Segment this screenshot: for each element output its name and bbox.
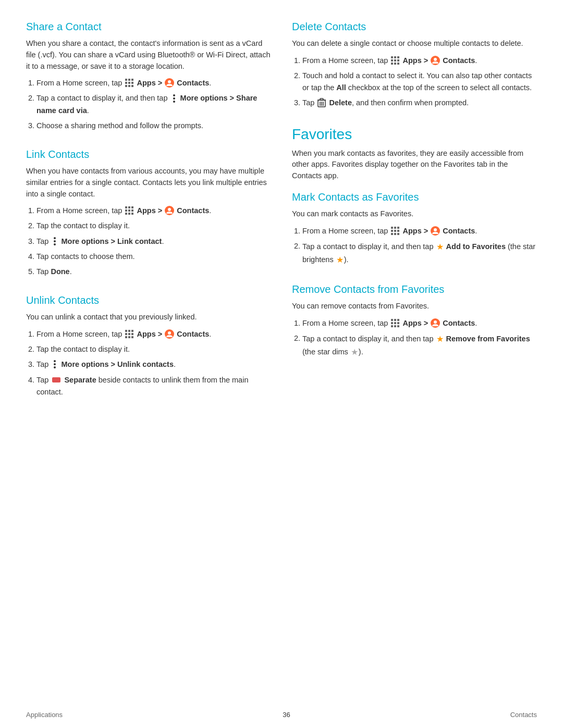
list-item: Tap a contact to display it, and then ta… bbox=[302, 240, 537, 267]
delete-contacts-section: Delete Contacts You can delete a single … bbox=[292, 21, 537, 109]
list-item: Touch and hold a contact to select it. Y… bbox=[302, 70, 537, 94]
contacts-label: Contacts bbox=[443, 227, 475, 235]
footer: Applications 36 Contacts bbox=[0, 706, 563, 728]
list-item: Tap Delete, and then confirm w bbox=[302, 97, 537, 109]
all-label: All bbox=[336, 83, 346, 92]
svg-rect-73 bbox=[391, 322, 393, 324]
svg-rect-43 bbox=[394, 56, 396, 58]
svg-rect-31 bbox=[125, 333, 127, 335]
unlink-contacts-section: Unlink Contacts You can unlink a contact… bbox=[26, 294, 271, 398]
svg-rect-76 bbox=[391, 325, 393, 327]
mark-favorites-section: Mark Contacts as Favorites You can mark … bbox=[292, 191, 537, 267]
star-brightens-icon: ★ bbox=[336, 253, 344, 267]
delete-label: Delete bbox=[329, 98, 352, 107]
svg-rect-21 bbox=[128, 213, 130, 215]
svg-rect-78 bbox=[397, 325, 399, 327]
remove-favorites-title: Remove Contacts from Favorites bbox=[292, 283, 537, 295]
contacts-app-icon bbox=[431, 318, 440, 328]
mark-favorites-steps: From a Home screen, tap bbox=[302, 225, 537, 267]
svg-rect-29 bbox=[128, 330, 130, 332]
footer-page-number: 36 bbox=[283, 711, 290, 719]
svg-rect-7 bbox=[128, 85, 130, 87]
svg-rect-30 bbox=[131, 330, 133, 332]
list-item: Tap contacts to choose them. bbox=[36, 251, 271, 263]
svg-rect-72 bbox=[397, 319, 399, 321]
svg-rect-4 bbox=[128, 82, 130, 84]
share-contact-title: Share a Contact bbox=[26, 21, 271, 33]
apps-grid-icon bbox=[125, 329, 134, 339]
svg-rect-0 bbox=[125, 79, 127, 81]
footer-right: Contacts bbox=[510, 711, 537, 719]
more-options-icon bbox=[170, 94, 178, 103]
contacts-app-icon bbox=[431, 56, 440, 65]
svg-rect-17 bbox=[125, 209, 127, 212]
svg-point-27 bbox=[54, 243, 56, 245]
share-contact-intro: When you share a contact, the contact's … bbox=[26, 38, 271, 72]
footer-left: Applications bbox=[26, 711, 63, 719]
list-item: Tap the contact to display it. bbox=[36, 220, 271, 232]
svg-point-38 bbox=[168, 331, 171, 335]
link-contacts-intro: When you have contacts from various acco… bbox=[26, 166, 271, 200]
svg-point-13 bbox=[173, 101, 175, 103]
svg-rect-49 bbox=[394, 63, 396, 65]
star-dim-icon: ★ bbox=[351, 346, 358, 359]
link-step3-label: More options > Link contact bbox=[61, 237, 162, 245]
right-column: Delete Contacts You can delete a single … bbox=[292, 21, 537, 674]
svg-rect-34 bbox=[125, 336, 127, 338]
list-item: Tap a contact to display it, and then ta… bbox=[302, 332, 537, 359]
share-step2-label: More options > Share name card via bbox=[36, 94, 257, 114]
contacts-label: Contacts bbox=[177, 330, 209, 338]
remove-favorites-section: Remove Contacts from Favorites You can r… bbox=[292, 283, 537, 359]
contacts-label: Contacts bbox=[443, 56, 475, 65]
delete-contacts-intro: You can delete a single contact or choos… bbox=[292, 38, 537, 50]
svg-rect-63 bbox=[394, 230, 396, 232]
apps-grid-icon bbox=[390, 56, 400, 65]
svg-rect-50 bbox=[397, 63, 399, 65]
svg-rect-6 bbox=[125, 85, 127, 87]
svg-point-26 bbox=[54, 240, 56, 242]
svg-rect-42 bbox=[391, 56, 393, 58]
mark-favorites-intro: You can mark contacts as Favorites. bbox=[292, 208, 537, 220]
page: Share a Contact When you share a contact… bbox=[0, 0, 563, 728]
svg-rect-60 bbox=[394, 227, 396, 229]
remove-favorites-intro: You can remove contacts from Favorites. bbox=[292, 301, 537, 312]
share-contact-steps: From a Home screen, tap bbox=[36, 77, 271, 132]
favorites-title: Favorites bbox=[292, 126, 537, 143]
separate-label: Separate bbox=[64, 376, 96, 384]
unlink-contacts-steps: From a Home screen, tap bbox=[36, 328, 271, 398]
list-item: Tap Separate beside contacts to unlink t… bbox=[36, 374, 271, 398]
unlink-step3-label: More options > Unlink contacts bbox=[61, 360, 174, 368]
list-item: From a Home screen, tap bbox=[302, 225, 537, 237]
apps-label: Apps > bbox=[137, 206, 162, 215]
svg-point-10 bbox=[168, 80, 171, 83]
star-filled-remove-icon: ★ bbox=[436, 332, 444, 346]
unlink-contacts-title: Unlink Contacts bbox=[26, 294, 271, 306]
apps-label: Apps > bbox=[402, 319, 428, 327]
contacts-app-icon bbox=[165, 206, 174, 215]
svg-rect-22 bbox=[131, 213, 133, 215]
list-item: Choose a sharing method and follow the p… bbox=[36, 120, 271, 132]
more-options-icon bbox=[51, 237, 58, 246]
contacts-app-icon bbox=[165, 78, 174, 88]
add-to-favorites-label: Add to Favorites bbox=[446, 242, 506, 250]
contacts-label: Contacts bbox=[443, 319, 475, 327]
svg-rect-48 bbox=[391, 63, 393, 65]
link-contacts-section: Link Contacts When you have contacts fro… bbox=[26, 149, 271, 278]
apps-label: Apps > bbox=[137, 79, 162, 87]
svg-rect-1 bbox=[128, 79, 130, 81]
mark-favorites-title: Mark Contacts as Favorites bbox=[292, 191, 537, 203]
svg-point-80 bbox=[434, 320, 437, 324]
star-filled-icon: ★ bbox=[436, 240, 444, 254]
svg-rect-62 bbox=[391, 230, 393, 232]
svg-rect-77 bbox=[394, 325, 396, 327]
svg-rect-2 bbox=[131, 79, 133, 81]
list-item: Tap More options > Link contact. bbox=[36, 236, 271, 248]
content-area: Share a Contact When you share a contact… bbox=[0, 0, 563, 706]
remove-favorites-steps: From a Home screen, tap bbox=[302, 317, 537, 359]
svg-rect-20 bbox=[125, 213, 127, 215]
apps-grid-icon bbox=[125, 78, 134, 88]
svg-rect-44 bbox=[397, 56, 399, 58]
apps-grid-icon bbox=[390, 318, 400, 328]
svg-point-41 bbox=[54, 366, 56, 368]
list-item: Tap More options > Unlink contacts. bbox=[36, 359, 271, 371]
